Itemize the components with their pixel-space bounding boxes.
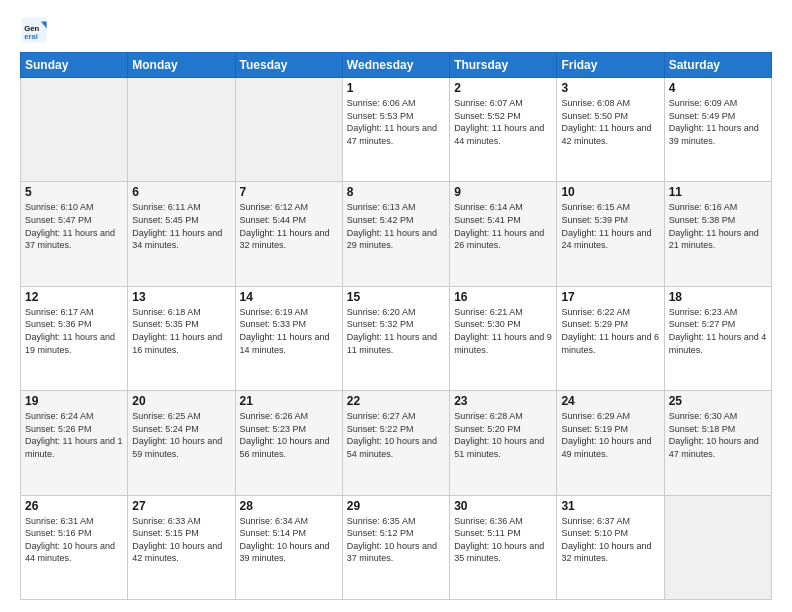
day-number: 28 [240, 499, 338, 513]
day-info: Sunrise: 6:29 AM Sunset: 5:19 PM Dayligh… [561, 410, 659, 460]
day-info: Sunrise: 6:36 AM Sunset: 5:11 PM Dayligh… [454, 515, 552, 565]
calendar-cell: 2Sunrise: 6:07 AM Sunset: 5:52 PM Daylig… [450, 78, 557, 182]
day-info: Sunrise: 6:10 AM Sunset: 5:47 PM Dayligh… [25, 201, 123, 251]
day-number: 7 [240, 185, 338, 199]
day-info: Sunrise: 6:21 AM Sunset: 5:30 PM Dayligh… [454, 306, 552, 356]
day-number: 29 [347, 499, 445, 513]
calendar-table: SundayMondayTuesdayWednesdayThursdayFrid… [20, 52, 772, 600]
day-info: Sunrise: 6:35 AM Sunset: 5:12 PM Dayligh… [347, 515, 445, 565]
day-number: 15 [347, 290, 445, 304]
day-number: 25 [669, 394, 767, 408]
calendar-cell: 16Sunrise: 6:21 AM Sunset: 5:30 PM Dayli… [450, 286, 557, 390]
day-number: 10 [561, 185, 659, 199]
day-number: 18 [669, 290, 767, 304]
day-number: 3 [561, 81, 659, 95]
day-info: Sunrise: 6:16 AM Sunset: 5:38 PM Dayligh… [669, 201, 767, 251]
day-number: 12 [25, 290, 123, 304]
day-info: Sunrise: 6:06 AM Sunset: 5:53 PM Dayligh… [347, 97, 445, 147]
day-number: 6 [132, 185, 230, 199]
logo: Gen eral [20, 16, 52, 44]
day-number: 11 [669, 185, 767, 199]
day-info: Sunrise: 6:13 AM Sunset: 5:42 PM Dayligh… [347, 201, 445, 251]
day-number: 13 [132, 290, 230, 304]
day-info: Sunrise: 6:11 AM Sunset: 5:45 PM Dayligh… [132, 201, 230, 251]
day-number: 1 [347, 81, 445, 95]
day-info: Sunrise: 6:24 AM Sunset: 5:26 PM Dayligh… [25, 410, 123, 460]
calendar-cell [664, 495, 771, 599]
weekday-header-sunday: Sunday [21, 53, 128, 78]
day-info: Sunrise: 6:14 AM Sunset: 5:41 PM Dayligh… [454, 201, 552, 251]
weekday-header-tuesday: Tuesday [235, 53, 342, 78]
calendar-cell: 18Sunrise: 6:23 AM Sunset: 5:27 PM Dayli… [664, 286, 771, 390]
day-number: 23 [454, 394, 552, 408]
day-number: 26 [25, 499, 123, 513]
day-number: 8 [347, 185, 445, 199]
calendar-cell: 1Sunrise: 6:06 AM Sunset: 5:53 PM Daylig… [342, 78, 449, 182]
day-number: 21 [240, 394, 338, 408]
day-number: 31 [561, 499, 659, 513]
calendar-cell: 10Sunrise: 6:15 AM Sunset: 5:39 PM Dayli… [557, 182, 664, 286]
day-info: Sunrise: 6:20 AM Sunset: 5:32 PM Dayligh… [347, 306, 445, 356]
day-info: Sunrise: 6:27 AM Sunset: 5:22 PM Dayligh… [347, 410, 445, 460]
day-info: Sunrise: 6:33 AM Sunset: 5:15 PM Dayligh… [132, 515, 230, 565]
calendar-cell: 27Sunrise: 6:33 AM Sunset: 5:15 PM Dayli… [128, 495, 235, 599]
weekday-header-friday: Friday [557, 53, 664, 78]
day-info: Sunrise: 6:18 AM Sunset: 5:35 PM Dayligh… [132, 306, 230, 356]
calendar-body: 1Sunrise: 6:06 AM Sunset: 5:53 PM Daylig… [21, 78, 772, 600]
day-info: Sunrise: 6:08 AM Sunset: 5:50 PM Dayligh… [561, 97, 659, 147]
weekday-header-thursday: Thursday [450, 53, 557, 78]
calendar-cell: 5Sunrise: 6:10 AM Sunset: 5:47 PM Daylig… [21, 182, 128, 286]
weekday-header-monday: Monday [128, 53, 235, 78]
weekday-header-row: SundayMondayTuesdayWednesdayThursdayFrid… [21, 53, 772, 78]
calendar-cell: 30Sunrise: 6:36 AM Sunset: 5:11 PM Dayli… [450, 495, 557, 599]
weekday-header-saturday: Saturday [664, 53, 771, 78]
calendar-cell: 7Sunrise: 6:12 AM Sunset: 5:44 PM Daylig… [235, 182, 342, 286]
calendar-cell: 9Sunrise: 6:14 AM Sunset: 5:41 PM Daylig… [450, 182, 557, 286]
day-info: Sunrise: 6:34 AM Sunset: 5:14 PM Dayligh… [240, 515, 338, 565]
calendar-cell: 11Sunrise: 6:16 AM Sunset: 5:38 PM Dayli… [664, 182, 771, 286]
day-number: 19 [25, 394, 123, 408]
day-info: Sunrise: 6:37 AM Sunset: 5:10 PM Dayligh… [561, 515, 659, 565]
calendar-week-1: 1Sunrise: 6:06 AM Sunset: 5:53 PM Daylig… [21, 78, 772, 182]
day-number: 22 [347, 394, 445, 408]
weekday-header-wednesday: Wednesday [342, 53, 449, 78]
calendar-cell: 19Sunrise: 6:24 AM Sunset: 5:26 PM Dayli… [21, 391, 128, 495]
day-number: 14 [240, 290, 338, 304]
calendar-cell [128, 78, 235, 182]
calendar-cell: 29Sunrise: 6:35 AM Sunset: 5:12 PM Dayli… [342, 495, 449, 599]
calendar-cell: 4Sunrise: 6:09 AM Sunset: 5:49 PM Daylig… [664, 78, 771, 182]
calendar-week-2: 5Sunrise: 6:10 AM Sunset: 5:47 PM Daylig… [21, 182, 772, 286]
day-info: Sunrise: 6:23 AM Sunset: 5:27 PM Dayligh… [669, 306, 767, 356]
header: Gen eral [20, 16, 772, 44]
day-info: Sunrise: 6:07 AM Sunset: 5:52 PM Dayligh… [454, 97, 552, 147]
day-number: 9 [454, 185, 552, 199]
day-info: Sunrise: 6:28 AM Sunset: 5:20 PM Dayligh… [454, 410, 552, 460]
day-info: Sunrise: 6:15 AM Sunset: 5:39 PM Dayligh… [561, 201, 659, 251]
calendar-cell: 17Sunrise: 6:22 AM Sunset: 5:29 PM Dayli… [557, 286, 664, 390]
calendar-cell: 23Sunrise: 6:28 AM Sunset: 5:20 PM Dayli… [450, 391, 557, 495]
calendar-week-4: 19Sunrise: 6:24 AM Sunset: 5:26 PM Dayli… [21, 391, 772, 495]
day-info: Sunrise: 6:17 AM Sunset: 5:36 PM Dayligh… [25, 306, 123, 356]
calendar-cell: 8Sunrise: 6:13 AM Sunset: 5:42 PM Daylig… [342, 182, 449, 286]
day-number: 27 [132, 499, 230, 513]
calendar-cell [21, 78, 128, 182]
day-number: 17 [561, 290, 659, 304]
day-info: Sunrise: 6:31 AM Sunset: 5:16 PM Dayligh… [25, 515, 123, 565]
day-info: Sunrise: 6:19 AM Sunset: 5:33 PM Dayligh… [240, 306, 338, 356]
calendar-cell: 15Sunrise: 6:20 AM Sunset: 5:32 PM Dayli… [342, 286, 449, 390]
calendar-cell: 22Sunrise: 6:27 AM Sunset: 5:22 PM Dayli… [342, 391, 449, 495]
calendar-cell: 25Sunrise: 6:30 AM Sunset: 5:18 PM Dayli… [664, 391, 771, 495]
logo-icon: Gen eral [20, 16, 48, 44]
calendar-cell: 31Sunrise: 6:37 AM Sunset: 5:10 PM Dayli… [557, 495, 664, 599]
calendar-cell [235, 78, 342, 182]
day-number: 4 [669, 81, 767, 95]
day-number: 30 [454, 499, 552, 513]
calendar-cell: 12Sunrise: 6:17 AM Sunset: 5:36 PM Dayli… [21, 286, 128, 390]
calendar-cell: 14Sunrise: 6:19 AM Sunset: 5:33 PM Dayli… [235, 286, 342, 390]
calendar-cell: 26Sunrise: 6:31 AM Sunset: 5:16 PM Dayli… [21, 495, 128, 599]
day-number: 2 [454, 81, 552, 95]
day-info: Sunrise: 6:26 AM Sunset: 5:23 PM Dayligh… [240, 410, 338, 460]
day-info: Sunrise: 6:09 AM Sunset: 5:49 PM Dayligh… [669, 97, 767, 147]
calendar-cell: 24Sunrise: 6:29 AM Sunset: 5:19 PM Dayli… [557, 391, 664, 495]
svg-text:eral: eral [24, 32, 38, 41]
